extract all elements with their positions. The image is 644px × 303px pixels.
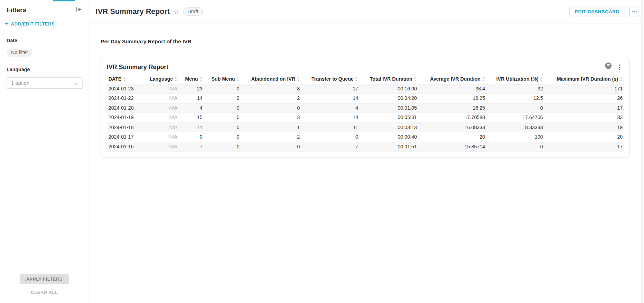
sidebar-header: Filters: [0, 0, 89, 15]
column-header-ivr-utilization[interactable]: IVR Utilization (%): [487, 74, 545, 84]
value-cell: 16.08333: [419, 123, 487, 132]
value-cell: 00:03:13: [360, 123, 418, 132]
favorite-star-icon[interactable]: ☆: [174, 8, 179, 15]
column-label: IVR Utilization (%): [496, 76, 539, 82]
value-cell: 2: [241, 94, 301, 103]
value-cell: 7: [301, 142, 360, 152]
value-cell: 20: [545, 132, 624, 142]
date-cell: 2024-01-17: [107, 132, 153, 142]
value-cell: 38.4: [419, 84, 487, 94]
column-header-average-ivr-duration[interactable]: Average IVR Duration: [419, 74, 487, 84]
language-filter-group: Language 1 option: [0, 67, 89, 89]
more-options-button[interactable]: ⋯: [629, 7, 639, 16]
value-cell: 100: [487, 132, 545, 142]
add-edit-filters-button[interactable]: + ADD/EDIT FILTERS: [0, 15, 89, 26]
sort-icon: [414, 77, 417, 81]
language-select[interactable]: 1 option: [7, 77, 83, 89]
value-cell: 0: [204, 132, 241, 142]
value-cell: 14: [179, 94, 204, 103]
table-row: 2024-01-23N/A23081700:16:0038.432171: [107, 84, 624, 94]
markdown-description: Per Day Summary Report of the IVR: [100, 38, 644, 44]
value-cell: 19: [545, 123, 624, 132]
scrollbar-track[interactable]: [641, 0, 644, 303]
filters-title: Filters: [7, 6, 75, 14]
chart-card-header: IVR Summary Report ⋮: [101, 57, 629, 74]
value-cell: 17: [545, 142, 624, 152]
header-actions: EDIT DASHBOARD ⋯: [569, 7, 639, 16]
column-header-total-ivr-duration[interactable]: Total IVR Duration: [360, 74, 418, 84]
table-row: 2024-01-17N/A002000:00:402010020: [107, 132, 624, 142]
column-header-maximum-ivr-duration-s[interactable]: Maximum IVR Duration (s): [545, 74, 624, 84]
value-cell: 00:01:51: [360, 142, 418, 152]
value-cell: 16.25: [419, 103, 487, 113]
value-cell: 00:00:40: [360, 132, 418, 142]
value-cell: 4: [179, 103, 204, 113]
date-filter-group: Date No filter: [0, 38, 89, 57]
value-cell: 00:16:00: [360, 84, 418, 94]
sort-icon: [123, 77, 126, 81]
value-cell: 0: [204, 94, 241, 103]
table-row: 2024-01-16N/A700700:01:5115.85714017: [107, 142, 624, 152]
clear-all-button[interactable]: CLEAR ALL: [31, 290, 58, 295]
ivr-summary-table: DATELanguageMenuSub MenuAbandoned on IVR…: [107, 74, 624, 152]
value-cell: 15: [179, 113, 204, 123]
value-cell: N/A: [153, 142, 179, 152]
column-header-abandoned-on-ivr[interactable]: Abandoned on IVR: [241, 74, 301, 84]
collapse-left-icon: [76, 6, 82, 14]
value-cell: N/A: [153, 103, 179, 113]
table-row: 2024-01-20N/A400400:01:0516.25017: [107, 103, 624, 113]
value-cell: 4: [301, 103, 360, 113]
date-filter-label: Date: [7, 38, 82, 43]
applied-filters-indicator[interactable]: [605, 62, 612, 71]
add-edit-filters-label: ADD/EDIT FILTERS: [11, 21, 55, 26]
value-cell: 14: [301, 113, 360, 123]
main-area: IVR Summary Report ☆ Draft EDIT DASHBOAR…: [89, 0, 644, 303]
value-cell: 0: [204, 123, 241, 132]
column-header-transfer-to-queue[interactable]: Transfer to Queue: [301, 74, 360, 84]
date-cell: 2024-01-20: [107, 103, 153, 113]
chart-kebab-menu-button[interactable]: ⋮: [616, 64, 623, 70]
sort-icon: [540, 77, 543, 81]
column-label: Maximum IVR Duration (s): [557, 76, 618, 82]
chart-title: IVR Summary Report: [107, 63, 605, 70]
value-cell: 0: [487, 103, 545, 113]
column-header-language[interactable]: Language: [153, 74, 179, 84]
language-filter-label: Language: [7, 67, 82, 72]
value-cell: 17.70588: [419, 113, 487, 123]
collapse-sidebar-button[interactable]: [75, 5, 83, 15]
value-cell: 11: [179, 123, 204, 132]
column-label: Transfer to Queue: [312, 76, 354, 82]
value-cell: 11: [301, 123, 360, 132]
date-cell: 2024-01-22: [107, 94, 153, 103]
table-row: 2024-01-22N/A14021400:04:2016.2512.526: [107, 94, 624, 103]
value-cell: 0: [204, 142, 241, 152]
filter-circle-icon: [605, 62, 612, 71]
date-filter-value-chip[interactable]: No filter: [7, 49, 33, 57]
value-cell: 171: [545, 84, 624, 94]
apply-filters-button[interactable]: APPLY FILTERS: [20, 274, 69, 284]
value-cell: N/A: [153, 132, 179, 142]
value-cell: 8.33333: [487, 123, 545, 132]
column-label: Total IVR Duration: [370, 76, 412, 82]
sort-icon: [199, 77, 202, 81]
language-select-value: 1 option: [11, 80, 74, 86]
sort-icon: [174, 77, 177, 81]
column-header-menu[interactable]: Menu: [179, 74, 204, 84]
date-cell: 2024-01-23: [107, 84, 153, 94]
app-root: Filters + ADD/EDIT FILTERS Date No filte…: [0, 0, 644, 303]
value-cell: 33: [545, 113, 624, 123]
value-cell: N/A: [153, 113, 179, 123]
column-label: Menu: [185, 76, 198, 82]
column-header-date[interactable]: DATE: [107, 74, 153, 84]
sort-icon: [482, 77, 485, 81]
value-cell: 00:04:20: [360, 94, 418, 103]
chevron-down-icon: [74, 79, 78, 87]
column-label: Language: [150, 76, 173, 82]
column-header-sub-menu[interactable]: Sub Menu: [204, 74, 241, 84]
edit-dashboard-button[interactable]: EDIT DASHBOARD: [569, 7, 625, 16]
table-header-row: DATELanguageMenuSub MenuAbandoned on IVR…: [107, 74, 624, 84]
value-cell: 3: [241, 113, 301, 123]
sidebar-accent-bar: [53, 0, 75, 1]
draft-status-badge: Draft: [183, 7, 203, 16]
value-cell: 17.64706: [487, 113, 545, 123]
